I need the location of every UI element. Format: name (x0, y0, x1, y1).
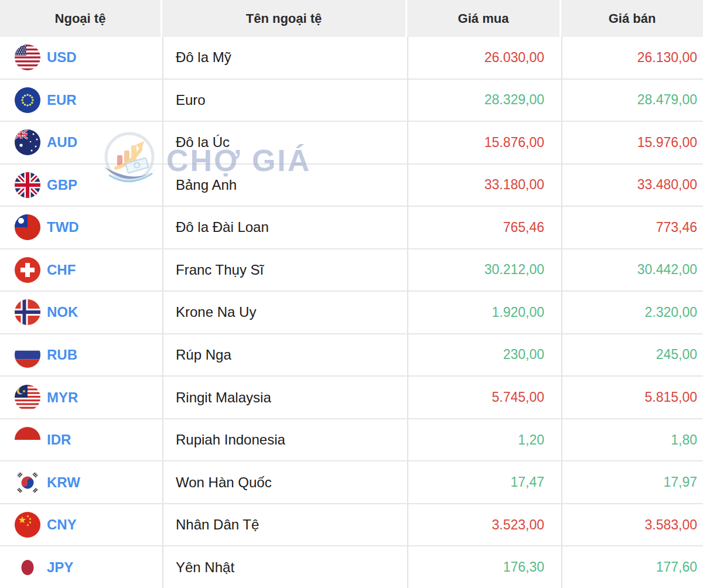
idr-flag-icon (15, 427, 40, 453)
currency-cell[interactable]: IDR (0, 419, 161, 461)
aud-flag-icon (15, 129, 40, 155)
header-currency-name: Tên ngoại tệ (162, 0, 405, 37)
currency-code-link[interactable]: USD (47, 49, 77, 66)
table-row-eur: EUR Euro 28.329,00 28.479,00 (0, 78, 703, 121)
currency-name: Bảng Anh (162, 165, 405, 206)
myr-flag-icon (15, 385, 40, 411)
twd-flag-icon (15, 214, 40, 240)
currency-cell[interactable]: EUR (0, 80, 161, 121)
currency-code-link[interactable]: NOK (47, 304, 78, 320)
sell-price: 1,80 (561, 419, 703, 461)
usd-flag-icon (15, 45, 40, 70)
currency-cell[interactable]: CHF (0, 249, 161, 291)
currency-cell[interactable]: MYR (0, 377, 161, 418)
buy-price: 176,30 (407, 546, 559, 588)
currency-name: Đô la Úc (162, 122, 405, 163)
buy-price: 28.329,00 (407, 80, 559, 121)
currency-name: Euro (162, 80, 405, 121)
sell-price: 15.976,00 (561, 122, 703, 163)
currency-code-link[interactable]: TWD (47, 219, 79, 235)
currency-name: Krone Na Uy (162, 292, 405, 333)
sell-price: 28.479,00 (561, 80, 703, 121)
table-row-usd: USD Đô la Mỹ 26.030,00 26.130,00 (0, 37, 703, 78)
currency-name: Rúp Nga (162, 334, 405, 376)
currency-cell[interactable]: AUD (0, 122, 161, 163)
currency-name: Won Hàn Quốc (162, 461, 405, 503)
currency-cell[interactable]: RUB (0, 334, 161, 376)
table-row-chf: CHF Franc Thụy Sĩ 30.212,00 30.442,00 (0, 248, 703, 291)
buy-price: 5.745,00 (407, 377, 559, 418)
sell-price: 26.130,00 (561, 37, 703, 78)
table-row-rub: RUB Rúp Nga 230,00 245,00 (0, 333, 703, 376)
currency-cell[interactable]: KRW (0, 461, 161, 503)
buy-price: 230,00 (407, 334, 559, 376)
buy-price: 15.876,00 (407, 122, 559, 163)
currency-cell[interactable]: NOK (0, 292, 161, 333)
nok-flag-icon (15, 299, 40, 325)
table-row-aud: AUD Đô la Úc 15.876,00 15.976,00 (0, 121, 703, 163)
currency-code-link[interactable]: KRW (47, 474, 80, 491)
sell-price: 30.442,00 (561, 249, 703, 291)
exchange-rate-table-screen: Ngoại tệ Tên ngoại tệ Giá mua Giá bán US… (0, 0, 703, 588)
currency-code-link[interactable]: IDR (47, 432, 71, 448)
currency-code-link[interactable]: GBP (47, 177, 77, 193)
currency-cell[interactable]: JPY (0, 546, 161, 588)
buy-price: 3.523,00 (407, 504, 559, 546)
currency-code-link[interactable]: CNY (47, 517, 77, 533)
header-currency: Ngoại tệ (0, 0, 161, 37)
krw-flag-icon (15, 470, 40, 495)
currency-name: Rupiah Indonesia (162, 419, 405, 461)
buy-price: 765,46 (407, 207, 559, 248)
table-row-myr: MYR Ringit Malaysia 5.745,00 5.815,00 (0, 375, 703, 418)
currency-cell[interactable]: TWD (0, 207, 161, 248)
table-row-nok: NOK Krone Na Uy 1.920,00 2.320,00 (0, 290, 703, 333)
currency-code-link[interactable]: MYR (47, 389, 78, 406)
buy-price: 26.030,00 (407, 37, 559, 78)
header-sell-price: Giá bán (561, 0, 703, 37)
sell-price: 33.480,00 (561, 165, 703, 206)
currency-code-link[interactable]: RUB (47, 347, 77, 363)
currency-code-link[interactable]: EUR (47, 92, 77, 108)
currency-code-link[interactable]: CHF (47, 262, 76, 278)
table-row-idr: IDR Rupiah Indonesia 1,20 1,80 (0, 418, 703, 461)
buy-price: 1.920,00 (407, 292, 559, 333)
sell-price: 3.583,00 (561, 504, 703, 546)
currency-name: Đô la Mỹ (162, 37, 405, 78)
table-row-jpy: JPY Yên Nhật 176,30 177,60 (0, 545, 703, 588)
currency-name: Yên Nhật (162, 546, 405, 588)
table-row-krw: KRW Won Hàn Quốc 17,47 17,97 (0, 460, 703, 503)
currency-name: Franc Thụy Sĩ (162, 249, 405, 291)
sell-price: 773,46 (561, 207, 703, 248)
table-body: USD Đô la Mỹ 26.030,00 26.130,00 EUR Eur… (0, 37, 703, 588)
buy-price: 1,20 (407, 419, 559, 461)
currency-code-link[interactable]: JPY (47, 559, 73, 576)
table-row-twd: TWD Đô la Đài Loan 765,46 773,46 (0, 206, 703, 248)
rub-flag-icon (15, 342, 40, 368)
sell-price: 2.320,00 (561, 292, 703, 333)
currency-code-link[interactable]: AUD (47, 134, 77, 151)
currency-name: Ringit Malaysia (162, 377, 405, 418)
sell-price: 17,97 (561, 461, 703, 503)
currency-cell[interactable]: CNY (0, 504, 161, 546)
buy-price: 33.180,00 (407, 165, 559, 206)
currency-name: Đô la Đài Loan (162, 207, 405, 248)
sell-price: 5.815,00 (561, 377, 703, 418)
sell-price: 245,00 (561, 334, 703, 376)
table-row-gbp: GBP Bảng Anh 33.180,00 33.480,00 (0, 163, 703, 206)
currency-name: Nhân Dân Tệ (162, 504, 405, 546)
cny-flag-icon (15, 512, 40, 538)
currency-cell[interactable]: GBP (0, 165, 161, 206)
buy-price: 17,47 (407, 461, 559, 503)
header-buy-price: Giá mua (407, 0, 559, 37)
sell-price: 177,60 (561, 546, 703, 588)
table-row-cny: CNY Nhân Dân Tệ 3.523,00 3.583,00 (0, 503, 703, 546)
gbp-flag-icon (15, 172, 40, 198)
chf-flag-icon (15, 257, 40, 283)
eur-flag-icon (15, 87, 40, 113)
jpy-flag-icon (15, 555, 40, 580)
table-header: Ngoại tệ Tên ngoại tệ Giá mua Giá bán (0, 0, 703, 37)
currency-cell[interactable]: USD (0, 37, 161, 78)
buy-price: 30.212,00 (407, 249, 559, 291)
